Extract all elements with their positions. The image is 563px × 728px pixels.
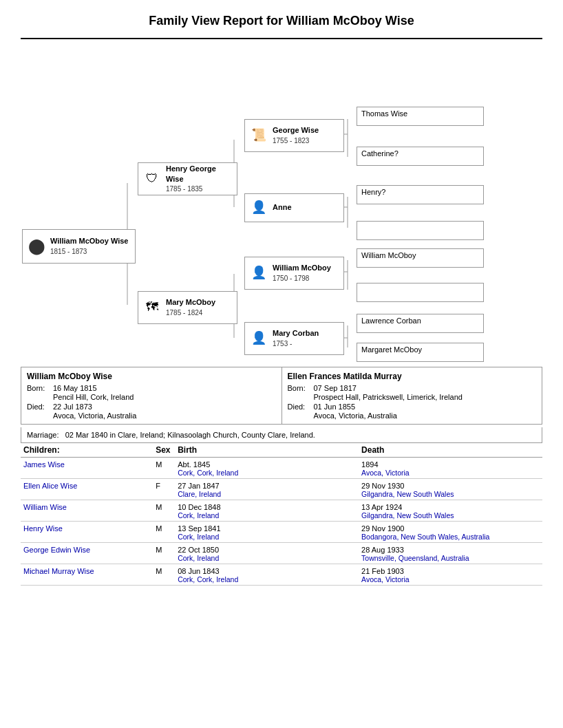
spouse-info-name: Ellen Frances Matilda Murray (288, 372, 537, 381)
mother-box: 🗺 Mary McOboy 1785 - 1824 (138, 291, 237, 324)
child-death-place: Avoca, Victoria (361, 575, 410, 584)
child-death-cell: 13 Apr 1924 Gilgandra, New South Wales (359, 500, 542, 522)
child-name-cell[interactable]: George Edwin Wise (21, 543, 153, 564)
table-row: Henry Wise M 13 Sep 1841 Cork, Ireland 2… (21, 522, 542, 543)
mf-icon: 👤 (248, 261, 269, 285)
child-sex-cell: M (153, 564, 175, 586)
subject-born-place: Pencil Hill, Cork, Ireland (53, 393, 276, 401)
child-birth-place: Cork, Cork, Ireland (178, 469, 238, 477)
father-icon: 🛡 (142, 167, 162, 191)
spouse-died-place: Avoca, Victoria, Australia (314, 411, 537, 420)
subject-info-name: William McOboy Wise (27, 372, 276, 381)
child-name-link[interactable]: Henry Wise (23, 524, 63, 533)
child-name-link[interactable]: James Wise (23, 460, 65, 469)
child-birth-cell: Abt. 1845 Cork, Cork, Ireland (175, 458, 359, 479)
col-header-death: Death (359, 443, 542, 458)
child-name-cell[interactable]: Ellen Alice Wise (21, 479, 153, 500)
child-name-link[interactable]: Michael Murray Wise (23, 567, 94, 575)
child-death-cell: 1894 Avoca, Victoria (359, 458, 542, 479)
mmm-box: Margaret McOboy (357, 343, 484, 362)
child-sex-cell: M (153, 522, 175, 543)
child-birth-place: Cork, Ireland (178, 533, 219, 541)
child-sex-cell: M (153, 500, 175, 522)
child-name-link[interactable]: George Edwin Wise (23, 546, 90, 554)
subject-info-cell: William McOboy Wise Born: 16 May 1815 Pe… (21, 367, 282, 425)
child-name-link[interactable]: William Wise (23, 503, 67, 511)
child-birth-cell: 22 Oct 1850 Cork, Ireland (175, 543, 359, 564)
child-death-place: Townsville, Queensland, Australia (361, 554, 469, 562)
father-box: 🛡 Henry George Wise 1785 - 1835 (138, 162, 237, 195)
subject-born-date: 16 May 1815 (53, 384, 276, 392)
child-death-place: Avoca, Victoria (361, 469, 410, 477)
table-row: James Wise M Abt. 1845 Cork, Cork, Irela… (21, 458, 542, 479)
fmm-box (357, 221, 484, 240)
mmf-box: Lawrence Corban (357, 314, 484, 333)
mf-box: 👤 William McOboy 1750 - 1798 (244, 257, 344, 290)
mff-box: William McOboy (357, 248, 484, 268)
top-divider (21, 38, 542, 39)
marriage-label: Marriage: (27, 431, 59, 439)
child-death-cell: 29 Nov 1930 Gilgandra, New South Wales (359, 479, 542, 500)
family-tree: ⬤ William McOboy Wise 1815 - 1873 🛡 Henr… (21, 50, 542, 360)
table-row: William Wise M 10 Dec 1848 Cork, Ireland… (21, 500, 542, 522)
child-death-cell: 29 Nov 1900 Bodangora, New South Wales, … (359, 522, 542, 543)
fff-box: Thomas Wise (357, 107, 484, 126)
spouse-born-date: 07 Sep 1817 (314, 384, 537, 392)
child-sex-cell: F (153, 479, 175, 500)
child-birth-place: Cork, Ireland (178, 511, 219, 520)
spouse-info-cell: Ellen Frances Matilda Murray Born: 07 Se… (282, 367, 542, 425)
subject-died-date: 22 Jul 1873 (53, 403, 276, 411)
child-sex-cell: M (153, 458, 175, 479)
marriage-row: Marriage: 02 Mar 1840 in Clare, Ireland;… (21, 427, 542, 443)
subject-box: ⬤ William McOboy Wise 1815 - 1873 (22, 229, 136, 264)
child-name-cell[interactable]: William Wise (21, 500, 153, 522)
child-sex-cell: M (153, 543, 175, 564)
mfm-box (357, 283, 484, 302)
child-name-cell[interactable]: James Wise (21, 458, 153, 479)
child-death-cell: 28 Aug 1933 Townsville, Queensland, Aust… (359, 543, 542, 564)
mm-box: 👤 Mary Corban 1753 - (244, 322, 344, 355)
table-row: Ellen Alice Wise F 27 Jan 1847 Clare, Ir… (21, 479, 542, 500)
table-row: George Edwin Wise M 22 Oct 1850 Cork, Ir… (21, 543, 542, 564)
fm-box: 👤 Anne (244, 193, 344, 222)
subject-icon: ⬤ (26, 235, 47, 258)
child-name-link[interactable]: Ellen Alice Wise (23, 482, 77, 490)
child-name-cell[interactable]: Henry Wise (21, 522, 153, 543)
child-birth-place: Clare, Ireland (178, 490, 221, 498)
table-row: Michael Murray Wise M 08 Jun 1843 Cork, … (21, 564, 542, 586)
fm-icon: 👤 (248, 196, 269, 220)
page-title: Family View Report for William McOboy Wi… (21, 14, 542, 28)
info-table: William McOboy Wise Born: 16 May 1815 Pe… (21, 367, 542, 425)
col-header-birth: Birth (175, 443, 359, 458)
children-table: Children: Sex Birth Death James Wise M A… (21, 443, 542, 586)
ffm-box: Catherine? (357, 147, 484, 166)
child-name-cell[interactable]: Michael Murray Wise (21, 564, 153, 586)
ff-box: 📜 George Wise 1755 - 1823 (244, 119, 344, 152)
child-death-place: Gilgandra, New South Wales (361, 511, 454, 520)
spouse-born-place: Prospect Hall, Patrickswell, Limerick, I… (314, 393, 537, 401)
fmf-box: Henry? (357, 185, 484, 204)
col-header-name: Children: (21, 443, 153, 458)
child-birth-cell: 27 Jan 1847 Clare, Ireland (175, 479, 359, 500)
col-header-sex: Sex (153, 443, 175, 458)
child-birth-place: Cork, Ireland (178, 554, 219, 562)
subject-died-place: Avoca, Victoria, Australia (53, 411, 276, 420)
mm-icon: 👤 (248, 327, 269, 350)
child-birth-cell: 13 Sep 1841 Cork, Ireland (175, 522, 359, 543)
ff-icon: 📜 (248, 124, 269, 147)
mother-icon: 🗺 (142, 296, 162, 319)
child-death-place: Gilgandra, New South Wales (361, 490, 454, 498)
child-birth-cell: 10 Dec 1848 Cork, Ireland (175, 500, 359, 522)
children-header-row: Children: Sex Birth Death (21, 443, 542, 458)
child-birth-cell: 08 Jun 1843 Cork, Cork, Ireland (175, 564, 359, 586)
child-birth-place: Cork, Cork, Ireland (178, 575, 238, 584)
spouse-died-date: 01 Jun 1855 (314, 403, 537, 411)
marriage-text: 02 Mar 1840 in Clare, Ireland; Kilnasool… (65, 431, 315, 439)
child-death-place: Bodangora, New South Wales, Australia (361, 533, 489, 541)
child-death-cell: 21 Feb 1903 Avoca, Victoria (359, 564, 542, 586)
